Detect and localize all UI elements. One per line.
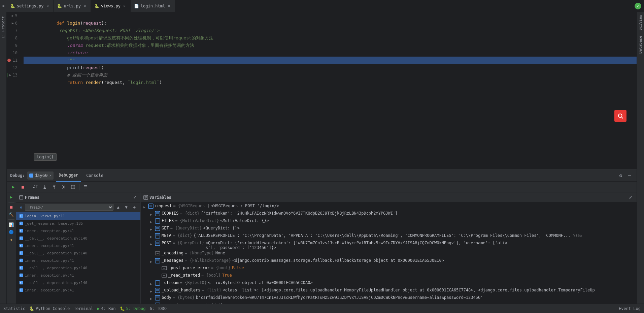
statistic-label: Statistic: [3, 306, 25, 311]
var-messages[interactable]: ▶ _messages = {FallbackStorage} <django.…: [141, 258, 637, 265]
frames-config-btn[interactable]: ☰: [81, 183, 90, 191]
var-stream-expand[interactable]: ▶: [149, 280, 154, 287]
frame-item-6[interactable]: f inner, exception.py:41: [16, 257, 140, 264]
var-messages-expand[interactable]: ▶: [149, 258, 154, 265]
tab-views-label: views.py: [101, 4, 121, 8]
frame-item-7[interactable]: f __call__, deprecation.py:140: [16, 264, 140, 272]
database-label[interactable]: Database: [637, 33, 644, 56]
var-post[interactable]: ▶ POST = {QueryDict} <QueryDict: {'csrfm…: [141, 240, 637, 250]
frame-item-4[interactable]: f inner, exception.py:41: [16, 242, 140, 249]
var-upload-handlers[interactable]: ▶ _upload_handlers = {list} <class 'list…: [141, 287, 637, 295]
var-meta[interactable]: ▶ META = {dict} {'ALLUSERSPROFILE': 'C:\…: [141, 233, 637, 240]
var-read-started[interactable]: ▶ _read_started = {bool} True: [141, 273, 637, 280]
frame-item-2[interactable]: f inner, exception.py:41: [16, 227, 140, 234]
tab-settings-close[interactable]: ✕: [45, 4, 50, 8]
frame-item-1[interactable]: f _get_response, base.py:185: [16, 220, 140, 227]
var-cookies-expand[interactable]: ▶: [149, 211, 154, 218]
frames-list[interactable]: f login, views.py:11 f: [16, 212, 140, 304]
step-over-btn[interactable]: [31, 183, 39, 191]
frame-item-0[interactable]: f login, views.py:11: [16, 212, 140, 220]
debug-profile-btn[interactable]: 📊: [8, 221, 15, 228]
tab-login[interactable]: 📄 login.html ✕: [131, 0, 175, 12]
tab-urls-close[interactable]: ✕: [82, 4, 87, 8]
debug-stop-left-btn[interactable]: ■: [8, 204, 15, 211]
debug5-btn[interactable]: 🐛 5: Debug: [120, 306, 146, 311]
project-sidebar-toggle[interactable]: ≡: [0, 0, 7, 12]
var-meta-value: {'ALLUSERSPROFILE': 'C:\\ProgramData', '…: [194, 233, 571, 238]
var-body-expand[interactable]: ▶: [149, 295, 154, 302]
var-post-icon: [155, 241, 160, 246]
terminal-btn[interactable]: Terminal: [74, 306, 93, 311]
debug-content: ▶ ■ 🔨 📊 🔵 ★: [7, 192, 637, 304]
frame-item-3[interactable]: f __call__, deprecation.py:140: [16, 234, 140, 242]
var-content-params[interactable]: ▶ content_params = {dict} {}: [141, 302, 637, 304]
tab-views[interactable]: 🐍 views.py ✕: [91, 0, 131, 12]
sciview-label[interactable]: SciView: [637, 12, 644, 33]
fold-5[interactable]: ▶: [12, 12, 14, 20]
run-to-cursor-btn[interactable]: [60, 183, 68, 191]
fold-6[interactable]: ▶: [12, 20, 14, 27]
debug-settings-btn[interactable]: ⚙: [617, 172, 624, 179]
resume-btn[interactable]: ▶: [9, 183, 18, 191]
vars-expand-btn[interactable]: ⤢: [627, 194, 634, 201]
frame-item-8[interactable]: f inner, exception.py:41: [16, 272, 140, 279]
event-log-btn[interactable]: Event Log: [619, 306, 641, 311]
frame-item-10[interactable]: f inner, exception.py:41: [16, 286, 140, 294]
var-files[interactable]: ▶ FILES = {MultiValueDict} <MultiValueDi…: [141, 218, 637, 225]
statistic-btn[interactable]: Statistic: [3, 306, 25, 311]
vars-list[interactable]: ▶ request = {WSGIRequest} <WSGIRequest: …: [141, 202, 637, 304]
debug-session-close[interactable]: ✕: [49, 174, 52, 177]
var-cp-expand[interactable]: ▶: [149, 303, 154, 304]
svg-rect-74: [155, 303, 160, 304]
run-to-here-13[interactable]: →: [7, 73, 7, 77]
debug-coverage-btn[interactable]: 🔵: [8, 229, 15, 236]
debug-build-btn[interactable]: 🔨: [8, 211, 15, 218]
code-content[interactable]: def login(request): request: <WSGIReques…: [24, 12, 637, 169]
tab-login-close[interactable]: ✕: [167, 4, 171, 8]
var-stream[interactable]: ▶ _stream = {BytesIO} < _io.BytesIO obje…: [141, 280, 637, 287]
debug-minimize-btn[interactable]: ─: [626, 172, 633, 179]
var-body[interactable]: ▶ body = {bytes} b'csrfmiddlewaretoken=w…: [141, 295, 637, 302]
tab-settings[interactable]: 🐍 settings.py ✕: [7, 0, 54, 12]
python-console-btn[interactable]: 🐍 Python Console: [29, 306, 70, 311]
tab-urls[interactable]: 🐍 urls.py ✕: [54, 0, 91, 12]
code-editor[interactable]: ▶ 5 ▶ 6 7 8 9 10 ▶ 11: [7, 12, 637, 169]
var-encoding[interactable]: ▶ _encoding = {NoneType} None: [141, 250, 637, 258]
evaluate-btn[interactable]: [69, 183, 77, 191]
search-button[interactable]: [614, 110, 626, 122]
frames-expand-btn[interactable]: ⤢: [132, 194, 138, 200]
var-files-expand[interactable]: ▶: [149, 218, 154, 225]
todo6-btn[interactable]: 6: TODO: [149, 306, 167, 311]
step-out-btn[interactable]: [50, 183, 58, 191]
var-uh-expand[interactable]: ▶: [149, 288, 154, 294]
debug-tab-console[interactable]: Console: [83, 169, 106, 182]
step-into-btn[interactable]: [41, 183, 49, 191]
debug-favorite-btn[interactable]: ★: [8, 236, 15, 243]
fold-13[interactable]: ▶: [9, 71, 11, 79]
stop-btn[interactable]: ■: [19, 183, 27, 191]
var-ppe-type: = {bool}: [211, 265, 231, 270]
var-post-expand[interactable]: ▶: [149, 241, 154, 247]
var-post-parse-error[interactable]: ▶ _post_parse_error = {bool} False: [141, 265, 637, 273]
var-get[interactable]: ▶ GET = {QueryDict} <QueryDict: {}>: [141, 225, 637, 233]
var-request[interactable]: ▶ request = {WSGIRequest} <WSGIRequest: …: [141, 203, 637, 211]
var-meta-expand[interactable]: ▶: [149, 233, 154, 240]
project-label[interactable]: 1: Project: [0, 15, 6, 40]
debug-tab-debugger[interactable]: Debugger: [56, 169, 81, 182]
line-11[interactable]: ▶ 11: [7, 57, 20, 64]
debug-play-btn[interactable]: ▶: [8, 194, 15, 200]
frame-item-9[interactable]: f __call__, deprecation.py:140: [16, 279, 140, 286]
thread-down-btn[interactable]: ▼: [123, 204, 130, 211]
debug-session-tab[interactable]: day60 ✕: [27, 171, 53, 180]
var-get-expand[interactable]: ▶: [149, 226, 154, 232]
var-meta-view-link[interactable]: View: [573, 233, 582, 238]
var-request-expand[interactable]: ▶: [142, 204, 147, 210]
run4-btn[interactable]: ▶ 4: Run: [97, 306, 116, 311]
frame-item-5[interactable]: f __call__, deprecation.py:140: [16, 249, 140, 257]
thread-up-btn[interactable]: ▲: [115, 204, 122, 211]
breakpoint-11[interactable]: [7, 59, 11, 62]
add-frame-btn[interactable]: +: [131, 204, 138, 211]
thread-select[interactable]: Thread-7: [25, 204, 113, 211]
var-cookies[interactable]: ▶ COOKIES = {dict} {'csrftoken': '2HuHkL…: [141, 211, 637, 218]
tab-views-close[interactable]: ✕: [122, 4, 127, 8]
